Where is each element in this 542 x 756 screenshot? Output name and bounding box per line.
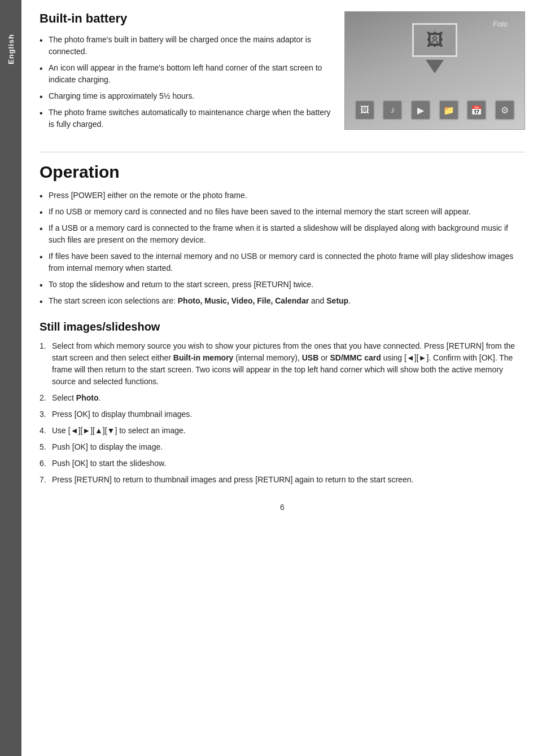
operation-section: Operation Press [POWER] either on the re… (40, 162, 525, 307)
battery-title: Built-in battery (40, 11, 333, 26)
still-item-5-num: 5. (40, 441, 46, 453)
icon-file: 📁 (439, 100, 459, 120)
bold-sdmmc: SD/MMC card (330, 353, 381, 362)
battery-bullet-2: An icon will appear in the frame's botto… (40, 62, 333, 86)
still-item-2-num: 2. (40, 392, 46, 404)
still-item-7-num: 7. (40, 474, 46, 486)
still-item-4: 4. Use [◄][►][▲][▼] to select an image. (40, 425, 525, 437)
bold-photo: Photo (76, 393, 99, 402)
battery-section: Built-in battery The photo frame's built… (40, 11, 525, 135)
still-item-4-num: 4. (40, 425, 46, 437)
foto-label: Foto (493, 20, 508, 28)
sidebar: English (0, 0, 21, 756)
still-item-5: 5. Push [OK] to display the image. (40, 441, 525, 453)
bold-usb: USB (302, 353, 319, 362)
battery-bullet-1: The photo frame's built in battery will … (40, 34, 333, 58)
still-item-3: 3. Press [OK] to display thumbnail image… (40, 408, 525, 420)
battery-bullet-4: The photo frame switches automatically t… (40, 107, 333, 130)
still-images-title: Still images/slideshow (40, 320, 525, 333)
still-item-1-num: 1. (40, 340, 46, 352)
icon-video: ▶ (410, 100, 431, 120)
section-divider-1 (40, 152, 525, 152)
operation-bullet-4: If files have been saved to the internal… (40, 250, 525, 274)
operation-title: Operation (40, 162, 525, 182)
main-content: Built-in battery The photo frame's built… (28, 0, 542, 534)
still-images-section: Still images/slideshow 1. Select from wh… (40, 320, 525, 486)
operation-bullet-3: If a USB or a memory card is connected t… (40, 222, 525, 246)
still-item-3-num: 3. (40, 408, 46, 420)
screenshot-inner: Foto 🖼 ♪ ▶ 📁 📅 ⚙ (345, 12, 524, 129)
icon-music: ♪ (382, 100, 403, 120)
still-item-6-num: 6. (40, 458, 46, 469)
sidebar-language-label: English (7, 34, 15, 64)
bold-builtin: Built-in memory (173, 353, 234, 362)
battery-bullet-3: Charging time is approximately 5½ hours. (40, 90, 333, 102)
battery-text: Built-in battery The photo frame's built… (40, 11, 333, 135)
still-images-list: 1. Select from which memory source you w… (40, 340, 525, 486)
bottom-icons-row: 🖼 ♪ ▶ 📁 📅 ⚙ (345, 100, 524, 120)
page-number: 6 (40, 503, 525, 512)
icon-photo: 🖼 (355, 100, 375, 120)
still-item-2: 2. Select Photo. (40, 392, 525, 404)
operation-bullet-1: Press [POWER] either on the remote or th… (40, 190, 525, 201)
bold-icons: Photo, Music, Video, File, Calendar (178, 296, 309, 305)
still-item-1: 1. Select from which memory source you w… (40, 340, 525, 388)
photo-frame-icon-large (412, 23, 457, 57)
still-item-7: 7. Press [RETURN] to return to thumbnail… (40, 474, 525, 486)
icon-calendar: 📅 (466, 100, 487, 120)
operation-bullet-list: Press [POWER] either on the remote or th… (40, 190, 525, 307)
icon-setup: ⚙ (495, 100, 515, 120)
battery-bullet-list: The photo frame's built in battery will … (40, 34, 333, 130)
operation-bullet-6: The start screen icon selections are: Ph… (40, 295, 525, 307)
operation-bullet-2: If no USB or memory card is connected an… (40, 206, 525, 218)
still-item-6: 6. Push [OK] to start the slideshow. (40, 458, 525, 469)
operation-bullet-5: To stop the slideshow and return to the … (40, 279, 525, 291)
arrow-down-icon (426, 60, 444, 73)
bold-setup: Setup (326, 296, 348, 305)
device-screenshot: Foto 🖼 ♪ ▶ 📁 📅 ⚙ (344, 11, 525, 130)
